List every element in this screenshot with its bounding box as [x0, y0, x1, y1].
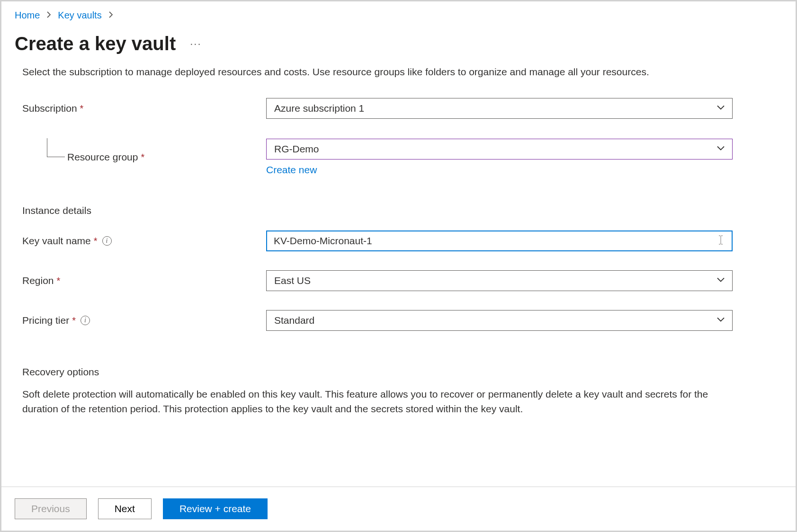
- more-actions-icon[interactable]: ···: [190, 38, 201, 50]
- row-subscription: Subscription * Azure subscription 1: [22, 98, 775, 119]
- text-cursor-icon: [717, 235, 724, 247]
- required-asterisk-icon: *: [57, 275, 61, 286]
- row-resource-group: Resource group * RG-Demo Create new: [22, 139, 775, 176]
- chevron-down-icon: [716, 103, 725, 115]
- row-region: Region * East US: [22, 270, 775, 291]
- label-region: Region *: [22, 275, 266, 286]
- subscription-value: Azure subscription 1: [274, 103, 364, 114]
- breadcrumb-keyvaults[interactable]: Key vaults: [58, 10, 101, 21]
- heading-recovery-options: Recovery options: [22, 366, 775, 378]
- required-asterisk-icon: *: [80, 103, 84, 114]
- required-asterisk-icon: *: [72, 315, 76, 326]
- recovery-text: Soft delete protection will automaticall…: [22, 387, 733, 416]
- form-content: Select the subscription to manage deploy…: [1, 65, 796, 416]
- breadcrumb-separator-icon: [46, 10, 51, 20]
- required-asterisk-icon: *: [141, 152, 144, 163]
- create-new-link[interactable]: Create new: [266, 164, 317, 176]
- resource-group-select[interactable]: RG-Demo: [266, 139, 733, 160]
- page-title-row: Create a key vault ···: [1, 26, 796, 69]
- breadcrumb: Home Key vaults: [1, 1, 796, 26]
- resource-group-value: RG-Demo: [274, 143, 319, 155]
- next-button[interactable]: Next: [98, 498, 152, 519]
- previous-button[interactable]: Previous: [15, 498, 87, 519]
- chevron-down-icon: [716, 143, 725, 155]
- row-kv-name: Key vault name * i: [22, 231, 775, 251]
- breadcrumb-separator-icon: [108, 10, 113, 20]
- heading-instance-details: Instance details: [22, 205, 775, 216]
- tree-line-icon: [47, 138, 65, 157]
- label-resource-group: Resource group *: [22, 151, 266, 163]
- label-subscription: Subscription *: [22, 103, 266, 114]
- label-kv-name: Key vault name * i: [22, 235, 266, 247]
- intro-text: Select the subscription to manage deploy…: [22, 65, 775, 79]
- chevron-down-icon: [716, 275, 725, 287]
- info-icon[interactable]: i: [81, 316, 90, 325]
- footer-bar: Previous Next Review + create: [1, 487, 796, 531]
- info-icon[interactable]: i: [102, 236, 112, 246]
- kv-name-input[interactable]: [266, 231, 733, 251]
- breadcrumb-home[interactable]: Home: [15, 10, 40, 21]
- region-select[interactable]: East US: [266, 270, 733, 291]
- region-value: East US: [274, 275, 311, 286]
- review-create-button[interactable]: Review + create: [163, 498, 268, 519]
- pricing-tier-select[interactable]: Standard: [266, 310, 733, 331]
- chevron-down-icon: [716, 315, 725, 327]
- subscription-select[interactable]: Azure subscription 1: [266, 98, 733, 119]
- label-pricing-tier: Pricing tier * i: [22, 315, 266, 326]
- pricing-tier-value: Standard: [274, 315, 314, 326]
- row-pricing-tier: Pricing tier * i Standard: [22, 310, 775, 331]
- page-title: Create a key vault: [15, 33, 176, 54]
- required-asterisk-icon: *: [94, 236, 98, 247]
